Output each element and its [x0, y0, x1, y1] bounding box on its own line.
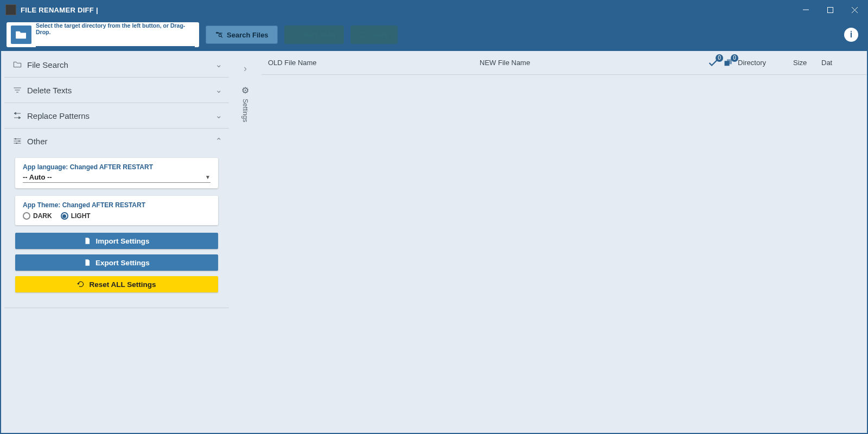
duplicate-count: 0	[731, 54, 738, 62]
panel-divider: › ⚙ Settings	[229, 51, 261, 433]
toolbar: Select the target directory from the lef…	[1, 18, 867, 51]
section-title: Other	[27, 137, 48, 146]
directory-hint: Select the target directory from the lef…	[36, 22, 195, 35]
file-import-icon	[84, 237, 91, 245]
radio-unchecked-icon	[23, 212, 30, 220]
save-icon	[359, 31, 367, 39]
folder-icon	[15, 30, 27, 40]
column-new-name[interactable]: NEW File Name	[480, 59, 697, 67]
check-count-badge[interactable]: 0	[709, 59, 718, 67]
dropdown-icon: ▼	[205, 174, 210, 180]
section-header-delete-texts[interactable]: Delete Texts ⌄	[4, 78, 229, 103]
theme-card: App Theme: Changed AFTER RESTART DARK LI…	[15, 196, 218, 225]
chevron-right-icon: ›	[244, 63, 247, 74]
svg-rect-2	[293, 32, 299, 38]
duplicate-count-badge[interactable]: 0	[724, 59, 733, 67]
section-title: File Search	[27, 60, 68, 69]
section-header-replace-patterns[interactable]: Replace Patterns ⌄	[4, 103, 229, 128]
chevron-down-icon: ⌄	[215, 111, 222, 120]
language-select[interactable]: -- Auto -- ▼	[23, 173, 210, 183]
minimize-icon	[803, 7, 809, 13]
section-title: Replace Patterns	[27, 111, 90, 120]
app-icon	[5, 4, 16, 15]
radio-label: LIGHT	[71, 212, 91, 220]
window-title: FILE RENAMER DIFF |	[21, 6, 98, 14]
search-files-button[interactable]: Search Files	[206, 25, 278, 44]
save-label: SAVE	[370, 31, 388, 39]
directory-input[interactable]	[36, 36, 195, 47]
section-other: Other ⌃ App language: Changed AFTER REST…	[4, 129, 229, 308]
refresh-icon	[77, 280, 85, 288]
section-title: Delete Texts	[27, 86, 72, 95]
check-count: 0	[716, 54, 723, 62]
replace-icon	[13, 112, 23, 119]
maximize-icon	[827, 7, 833, 13]
chevron-down-icon: ⌄	[215, 60, 222, 69]
search-files-label: Search Files	[227, 31, 269, 39]
svg-rect-0	[828, 7, 833, 12]
svg-point-4	[18, 141, 20, 142]
settings-tab-label: Settings	[241, 99, 249, 122]
column-old-name[interactable]: OLD File Name	[268, 59, 480, 67]
svg-point-3	[15, 138, 16, 140]
chevron-up-icon: ⌃	[215, 136, 222, 146]
file-export-icon	[84, 259, 91, 266]
settings-tab[interactable]: ⚙ Settings	[241, 85, 249, 122]
svg-point-5	[16, 143, 17, 144]
language-label: App language: Changed AFTER RESTART	[23, 163, 210, 171]
export-settings-button[interactable]: Export Settings	[15, 254, 218, 271]
section-replace-patterns: Replace Patterns ⌄	[4, 103, 229, 129]
folder-outline-icon	[13, 61, 23, 68]
column-directory[interactable]: Directory	[733, 59, 793, 67]
theme-radio-light[interactable]: LIGHT	[61, 212, 91, 220]
section-delete-texts: Delete Texts ⌄	[4, 78, 229, 103]
button-label: Import Settings	[95, 237, 149, 245]
theme-label: App Theme: Changed AFTER RESTART	[23, 201, 210, 209]
info-icon: i	[850, 30, 852, 40]
maximize-button[interactable]	[818, 1, 843, 18]
results-panel: OLD File Name NEW File Name 0 0 Director…	[261, 51, 867, 433]
dry-run-label: DRY RUN	[304, 31, 336, 39]
svg-point-1	[219, 34, 221, 37]
section-header-file-search[interactable]: File Search ⌄	[4, 52, 229, 77]
expand-panel-button[interactable]: ›	[244, 63, 247, 74]
radio-checked-icon	[61, 212, 68, 220]
close-button[interactable]	[843, 1, 867, 18]
reset-settings-button[interactable]: Reset ALL Settings	[15, 276, 218, 292]
language-value: -- Auto --	[23, 173, 205, 181]
settings-sidebar: File Search ⌄ Delete Texts ⌄ Replace Pat…	[1, 51, 229, 433]
section-header-other[interactable]: Other ⌃	[4, 129, 229, 154]
info-button[interactable]: i	[844, 28, 858, 42]
section-file-search: File Search ⌄	[4, 52, 229, 78]
theme-radio-dark[interactable]: DARK	[23, 212, 52, 220]
gear-icon: ⚙	[241, 85, 249, 95]
dry-run-icon	[293, 31, 301, 39]
close-icon	[852, 7, 858, 13]
filter-icon	[13, 86, 23, 94]
button-label: Reset ALL Settings	[89, 280, 156, 289]
sliders-icon	[13, 137, 23, 145]
results-header: OLD File Name NEW File Name 0 0 Director…	[261, 51, 867, 75]
column-size[interactable]: Size	[793, 59, 817, 67]
radio-label: DARK	[33, 212, 52, 220]
titlebar: FILE RENAMER DIFF |	[1, 1, 867, 18]
directory-card: Select the target directory from the lef…	[7, 22, 199, 47]
save-button: SAVE	[350, 25, 397, 44]
button-label: Export Settings	[95, 259, 150, 267]
chevron-down-icon: ⌄	[215, 85, 222, 95]
minimize-button[interactable]	[794, 1, 818, 18]
browse-folder-button[interactable]	[11, 25, 31, 44]
language-card: App language: Changed AFTER RESTART -- A…	[15, 158, 218, 188]
dry-run-button: DRY RUN	[284, 25, 344, 44]
column-date[interactable]: Dat	[817, 59, 835, 67]
folder-search-icon	[215, 31, 224, 39]
import-settings-button[interactable]: Import Settings	[15, 233, 218, 249]
